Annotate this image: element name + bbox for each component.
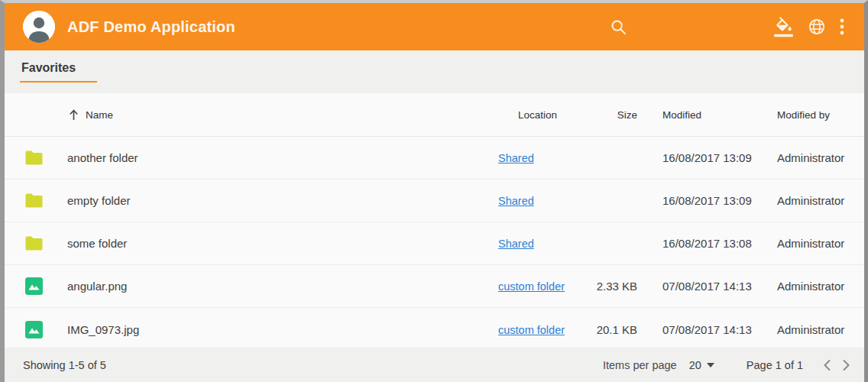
items-per-page-label: Items per page — [603, 359, 677, 371]
modified-date: 16/08/2017 13:09 — [654, 194, 777, 207]
search-button[interactable] — [610, 18, 627, 36]
page-indicator: Page 1 of 1 — [747, 359, 803, 371]
file-name: another folder — [66, 151, 494, 164]
file-size: 20.1 KB — [585, 323, 654, 336]
location-cell: Shared — [494, 194, 585, 207]
file-type-cell — [5, 193, 66, 209]
location-cell: custom folder — [494, 280, 585, 293]
modified-date: 07/08/2017 14:13 — [654, 280, 777, 293]
chevron-right-icon — [842, 359, 850, 371]
location-link[interactable]: Shared — [498, 152, 534, 164]
favorites-tab[interactable]: Favorites — [20, 58, 97, 83]
file-type-cell — [5, 320, 66, 339]
caret-down-icon — [707, 363, 714, 367]
location-link[interactable]: Shared — [498, 238, 534, 250]
folder-icon — [24, 150, 44, 166]
file-name: angular.png — [66, 280, 494, 293]
modified-by: Administrator — [777, 280, 853, 293]
folder-icon — [24, 193, 44, 209]
view-selector-bar: Favorites — [5, 50, 864, 90]
showing-range-label: Showing 1-5 of 5 — [23, 359, 106, 371]
items-per-page-select[interactable]: 20 — [689, 359, 714, 371]
location-cell: Shared — [494, 237, 585, 250]
table-row[interactable]: IMG_0973.jpg custom folder 20.1 KB 07/08… — [5, 308, 864, 351]
items-per-page-value: 20 — [689, 359, 701, 371]
person-icon — [23, 11, 55, 43]
modified-date: 16/08/2017 13:09 — [654, 151, 777, 164]
chevron-left-icon — [823, 359, 831, 371]
overflow-menu-button[interactable] — [840, 18, 844, 36]
sort-ascending-icon — [69, 109, 79, 121]
avatar — [23, 11, 55, 43]
table-row[interactable]: empty folder Shared 16/08/2017 13:09 Adm… — [5, 180, 864, 222]
app-toolbar: ADF Demo Application — [5, 3, 864, 50]
table-row[interactable]: angular.png custom folder 2.33 KB 07/08/… — [5, 265, 864, 308]
globe-icon — [808, 18, 826, 36]
file-type-cell — [5, 235, 66, 251]
table-body: another folder Shared 16/08/2017 13:09 A… — [5, 137, 864, 351]
language-button[interactable] — [808, 18, 826, 36]
column-header-label: Name — [86, 109, 113, 121]
modified-date: 16/08/2017 13:08 — [654, 237, 777, 250]
column-header-modified-by[interactable]: Modified by — [777, 109, 853, 121]
location-cell: custom folder — [494, 323, 585, 336]
location-link[interactable]: Shared — [498, 195, 534, 207]
favorites-tab-label: Favorites — [21, 61, 76, 74]
search-icon — [610, 18, 627, 36]
file-type-cell — [5, 277, 66, 296]
kebab-menu-icon — [840, 18, 844, 36]
file-name: some folder — [66, 237, 494, 250]
next-page-button[interactable] — [842, 359, 850, 371]
modified-by: Administrator — [777, 194, 853, 207]
adf-demo-application-window: ADF Demo Application — [0, 0, 868, 382]
modified-by: Administrator — [777, 323, 853, 336]
modified-date: 07/08/2017 14:13 — [654, 323, 777, 336]
file-name: empty folder — [66, 194, 494, 207]
table-header-row: Name Location Size Modified Modified by — [5, 93, 864, 137]
table-row[interactable]: some folder Shared 16/08/2017 13:08 Admi… — [5, 222, 864, 265]
file-type-cell — [5, 150, 66, 166]
file-size: 2.33 KB — [585, 280, 654, 293]
file-name: IMG_0973.jpg — [66, 323, 494, 336]
modified-by: Administrator — [777, 151, 853, 164]
document-list: Name Location Size Modified Modified by — [5, 93, 864, 351]
previous-page-button[interactable] — [823, 359, 831, 371]
column-header-location[interactable]: Location — [494, 109, 585, 121]
pagination-bar: Showing 1-5 of 5 Items per page 20 Page … — [5, 348, 864, 382]
pagination-controls: Items per page 20 Page 1 of 1 — [603, 359, 850, 371]
column-header-name[interactable]: Name — [66, 109, 494, 121]
format-color-fill-icon — [774, 17, 794, 37]
table-row[interactable]: another folder Shared 16/08/2017 13:09 A… — [5, 137, 864, 180]
modified-by: Administrator — [777, 237, 853, 250]
theme-color-button[interactable] — [774, 17, 794, 37]
location-link[interactable]: custom folder — [498, 280, 565, 293]
column-header-size[interactable]: Size — [585, 109, 654, 121]
app-title: ADF Demo Application — [67, 18, 235, 36]
image-file-icon — [24, 277, 44, 296]
location-link[interactable]: custom folder — [498, 324, 565, 336]
column-header-modified[interactable]: Modified — [654, 109, 777, 121]
image-file-icon — [24, 320, 44, 339]
folder-icon — [24, 235, 44, 251]
location-cell: Shared — [494, 151, 585, 164]
